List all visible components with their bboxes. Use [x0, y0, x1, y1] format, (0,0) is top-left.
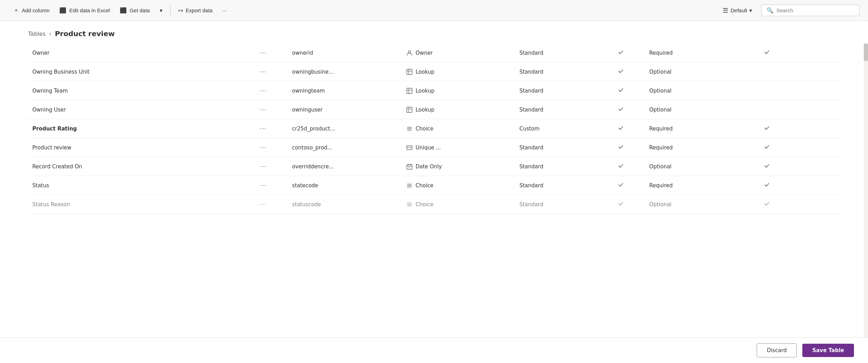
table-container: Owner ··· ownerid Owner Standard Require…: [0, 43, 868, 337]
toolbar-divider: [170, 5, 171, 16]
get-data-dropdown-button[interactable]: ▾: [155, 5, 167, 16]
row-type: Unique ...: [402, 138, 515, 157]
breadcrumb-tables-link[interactable]: Tables: [28, 31, 46, 37]
row-more-options[interactable]: ···: [255, 119, 288, 138]
row-req-check: [743, 81, 791, 100]
toolbar-right: ☰ Default ▾ 🔍: [718, 4, 860, 17]
row-logical-name: owningbusine...: [288, 62, 402, 81]
row-kind: Standard: [515, 43, 596, 62]
discard-button[interactable]: Discard: [757, 343, 797, 357]
row-type: Owner: [402, 43, 515, 62]
svg-rect-1: [407, 69, 412, 74]
add-column-label: Add column: [22, 7, 50, 13]
row-name: Record Created On: [28, 157, 255, 176]
add-column-button[interactable]: ＋ Add column: [8, 4, 54, 17]
breadcrumb: Tables › Product review: [0, 21, 868, 43]
svg-rect-4: [407, 88, 412, 93]
footer: Discard Save Table: [0, 337, 868, 363]
get-data-button[interactable]: ⬛ Get data: [115, 4, 155, 16]
scrollbar-thumb[interactable]: [864, 43, 868, 61]
save-table-button[interactable]: Save Table: [802, 344, 854, 357]
row-more-options[interactable]: ···: [255, 62, 288, 81]
row-kind: Standard: [515, 138, 596, 157]
row-logical-name: contoso_prod...: [288, 138, 402, 157]
row-action: [791, 138, 840, 157]
toolbar: ＋ Add column ⬛ Edit data in Excel ⬛ Get …: [0, 0, 868, 21]
scrollbar-track[interactable]: [864, 43, 868, 337]
type-icon: [406, 201, 413, 208]
row-more-options[interactable]: ···: [255, 195, 288, 214]
row-name: Owner: [28, 43, 255, 62]
row-required: Optional: [645, 195, 742, 214]
breadcrumb-current: Product review: [55, 29, 115, 38]
row-kind: Standard: [515, 62, 596, 81]
svg-rect-7: [407, 107, 412, 112]
row-more-options[interactable]: ···: [255, 81, 288, 100]
row-logical-name: cr25d_product...: [288, 119, 402, 138]
row-kind: Standard: [515, 195, 596, 214]
row-searchable-check: [596, 119, 645, 138]
more-options-icon: ···: [222, 7, 227, 13]
row-more-options[interactable]: ···: [255, 43, 288, 62]
svg-rect-19: [409, 167, 409, 168]
table-row: Owning Team ··· owningteam Lookup Standa…: [28, 81, 840, 100]
type-icon: [406, 106, 413, 113]
row-type: Lookup: [402, 100, 515, 119]
row-req-check: [743, 138, 791, 157]
row-req-check: [743, 157, 791, 176]
export-icon: ↦: [178, 7, 183, 14]
type-label: Date Only: [416, 163, 442, 170]
view-icon: ☰: [723, 7, 728, 14]
export-data-label: Export data: [186, 7, 213, 13]
row-required: Optional: [645, 157, 742, 176]
row-more-options[interactable]: ···: [255, 176, 288, 195]
row-more-options[interactable]: ···: [255, 157, 288, 176]
row-logical-name: owningteam: [288, 81, 402, 100]
edit-excel-button[interactable]: ⬛ Edit data in Excel: [54, 4, 115, 16]
search-input[interactable]: [776, 7, 847, 13]
table-row: Record Created On ··· overriddencre... D…: [28, 157, 840, 176]
row-searchable-check: [596, 176, 645, 195]
type-icon: [406, 182, 413, 189]
row-action: [791, 195, 840, 214]
type-icon: [406, 144, 413, 151]
get-data-icon: ⬛: [120, 7, 127, 14]
row-searchable-check: [596, 157, 645, 176]
row-required: Required: [645, 138, 742, 157]
row-required: Required: [645, 119, 742, 138]
type-icon: [406, 163, 413, 170]
search-box[interactable]: 🔍: [761, 5, 860, 16]
row-type: Date Only: [402, 157, 515, 176]
row-more-options[interactable]: ···: [255, 100, 288, 119]
row-action: [791, 100, 840, 119]
table-row: Status ··· statecode Choice Standard Req…: [28, 176, 840, 195]
excel-icon: ⬛: [59, 7, 66, 14]
row-type: Choice: [402, 176, 515, 195]
columns-table: Owner ··· ownerid Owner Standard Require…: [28, 43, 840, 214]
type-icon: [406, 125, 413, 132]
row-name: Status: [28, 176, 255, 195]
row-req-check: [743, 62, 791, 81]
type-label: Lookup: [416, 88, 435, 94]
table-row: Status Reason ··· statuscode Choice Stan…: [28, 195, 840, 214]
row-name: Owning Business Unit: [28, 62, 255, 81]
table-row: Product review ··· contoso_prod... Uniqu…: [28, 138, 840, 157]
table-row: Owner ··· ownerid Owner Standard Require…: [28, 43, 840, 62]
default-view-button[interactable]: ☰ Default ▾: [718, 4, 757, 17]
row-name: Product Rating: [28, 119, 255, 138]
more-options-button[interactable]: ···: [217, 5, 232, 16]
row-logical-name: statuscode: [288, 195, 402, 214]
row-searchable-check: [596, 62, 645, 81]
chevron-down-icon: ▾: [160, 7, 163, 14]
row-name: Owning Team: [28, 81, 255, 100]
type-icon: [406, 68, 413, 75]
row-required: Required: [645, 176, 742, 195]
row-more-options[interactable]: ···: [255, 138, 288, 157]
row-action: [791, 43, 840, 62]
export-data-button[interactable]: ↦ Export data: [173, 4, 218, 16]
row-required: Required: [645, 43, 742, 62]
row-type: Lookup: [402, 62, 515, 81]
row-required: Optional: [645, 100, 742, 119]
row-req-check: [743, 195, 791, 214]
row-req-check: [743, 176, 791, 195]
